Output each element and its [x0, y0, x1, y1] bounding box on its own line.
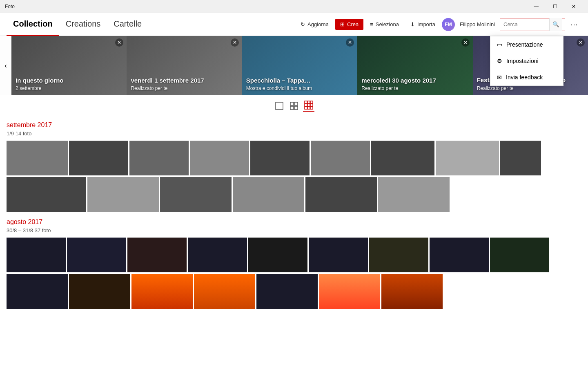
photo-thumb[interactable] [309, 238, 368, 272]
photo-thumb[interactable] [378, 177, 450, 212]
photo-thumb[interactable] [430, 238, 489, 272]
settings-icon: ⚙ [497, 58, 502, 64]
photo-thumb[interactable] [131, 274, 193, 309]
importa-button[interactable]: ⬇ Importa [405, 19, 440, 30]
svg-rect-5 [305, 101, 307, 103]
view-single-button[interactable] [274, 100, 285, 112]
story-card-4[interactable]: ✕ mercoledì 30 agosto 2017 Realizzato pe… [357, 36, 472, 95]
photo-thumb[interactable] [369, 238, 428, 272]
story-title-3: Specchiolla – Tappa… [246, 77, 311, 84]
story-title-4: mercoledì 30 agosto 2017 [361, 77, 436, 84]
photo-thumb[interactable] [490, 238, 549, 272]
view-large-button[interactable] [303, 100, 314, 112]
search-input[interactable] [500, 18, 549, 31]
section-settembre-2017: settembre 2017 1/9 14 foto [7, 121, 581, 212]
aggiorna-label: Aggiorna [307, 21, 329, 27]
story-card-3[interactable]: ✕ Specchiolla – Tappa… Mostra e condivid… [242, 36, 357, 95]
photo-thumb[interactable] [311, 141, 370, 175]
maximize-button[interactable]: ☐ [546, 0, 564, 13]
minimize-button[interactable]: — [527, 0, 546, 13]
stories-prev-arrow[interactable]: ‹ [0, 36, 11, 95]
photo-thumb[interactable] [381, 274, 443, 309]
photo-thumb[interactable] [371, 141, 434, 175]
story-close-2[interactable]: ✕ [231, 38, 239, 47]
photo-thumb[interactable] [127, 238, 187, 272]
svg-rect-9 [307, 104, 310, 106]
photo-thumb[interactable] [7, 141, 68, 175]
search-button[interactable]: 🔍 [549, 18, 562, 31]
photo-thumb[interactable] [69, 141, 128, 175]
photo-thumb[interactable] [319, 274, 380, 309]
avatar[interactable]: FM [442, 18, 455, 31]
photo-thumb[interactable] [7, 274, 68, 309]
story-sub-2: Realizzato per te [131, 85, 167, 91]
aggiorna-button[interactable]: ↻ Aggiorna [296, 19, 334, 30]
import-icon: ⬇ [410, 21, 415, 27]
svg-rect-1 [290, 102, 294, 105]
photo-thumb[interactable] [69, 274, 130, 309]
section-meta-0: 1/9 14 foto [7, 130, 581, 137]
story-sub-5: Realizzato per te [477, 85, 514, 91]
photo-thumb[interactable] [194, 274, 255, 309]
story-close-4[interactable]: ✕ [461, 38, 470, 47]
story-card-1[interactable]: ✕ In questo giorno 2 settembre [11, 36, 127, 95]
photo-thumb[interactable] [190, 141, 249, 175]
presentazione-label: Presentazione [506, 41, 543, 48]
svg-rect-0 [276, 102, 283, 110]
photo-thumb[interactable] [248, 238, 307, 272]
svg-rect-10 [310, 104, 313, 106]
photo-thumb[interactable] [250, 141, 310, 175]
tab-cartelle[interactable]: Cartelle [107, 13, 148, 36]
view-medium-button[interactable] [288, 100, 300, 112]
svg-rect-13 [310, 107, 313, 109]
view-controls [0, 95, 588, 115]
refresh-icon: ↻ [301, 21, 305, 27]
section-title-0: settembre 2017 [7, 121, 581, 129]
tab-creations[interactable]: Creations [59, 13, 107, 36]
story-sub-1: 2 settembre [16, 85, 41, 91]
photo-thumb[interactable] [233, 177, 304, 212]
dropdown-menu: ▭ Presentazione ⚙ Impostazioni ✉ Invia f… [490, 36, 564, 86]
photo-thumb[interactable] [7, 238, 66, 272]
photo-thumb[interactable] [500, 141, 541, 175]
section-meta-1: 30/8 – 31/8 37 foto [7, 227, 581, 233]
menu-item-feedback[interactable]: ✉ Invia feedback [490, 69, 563, 85]
menu-item-impostazioni[interactable]: ⚙ Impostazioni [490, 53, 563, 69]
app-title: Foto [5, 4, 15, 9]
feedback-label: Invia feedback [506, 74, 543, 81]
photo-thumb[interactable] [7, 177, 86, 212]
slideshow-icon: ▭ [497, 41, 502, 48]
seleziona-label: Seleziona [376, 21, 399, 27]
section-agosto-2017: agosto 2017 30/8 – 31/8 37 foto [7, 218, 581, 309]
svg-rect-6 [307, 101, 310, 103]
menu-item-presentazione[interactable]: ▭ Presentazione [490, 36, 563, 53]
photo-thumb[interactable] [87, 177, 159, 212]
seleziona-button[interactable]: ≡ Seleziona [365, 19, 404, 30]
story-title-1: In questo giorno [16, 77, 64, 84]
impostazioni-label: Impostazioni [506, 58, 539, 64]
story-close-5[interactable]: ✕ [577, 38, 585, 47]
select-icon: ≡ [370, 21, 373, 27]
story-title-2: venerdì 1 settembre 2017 [131, 77, 204, 84]
search-icon: 🔍 [552, 21, 559, 27]
user-name: Filippo Molinini [460, 21, 495, 27]
close-button[interactable]: ✕ [564, 0, 583, 13]
tab-collection[interactable]: Collection [7, 13, 59, 36]
photo-thumb[interactable] [160, 177, 232, 212]
story-sub-4: Realizzato per te [361, 85, 398, 91]
window-controls: — ☐ ✕ [527, 0, 583, 13]
photo-thumb[interactable] [436, 141, 499, 175]
photo-thumb[interactable] [129, 141, 189, 175]
top-navigation: Collection Creations Cartelle ↻ Aggiorna… [0, 13, 588, 36]
importa-label: Importa [417, 21, 435, 27]
story-card-2[interactable]: ✕ venerdì 1 settembre 2017 Realizzato pe… [127, 36, 242, 95]
photo-thumb[interactable] [305, 177, 377, 212]
chevron-left-icon: ‹ [4, 62, 7, 70]
more-button[interactable]: ⋯ [567, 17, 581, 32]
photo-thumb[interactable] [67, 238, 126, 272]
feedback-icon: ✉ [497, 74, 502, 81]
photo-thumb[interactable] [256, 274, 318, 309]
crea-button[interactable]: ⊞ Crea [335, 19, 363, 30]
photo-thumb[interactable] [188, 238, 247, 272]
photo-grid-1-row-1 [7, 274, 581, 309]
